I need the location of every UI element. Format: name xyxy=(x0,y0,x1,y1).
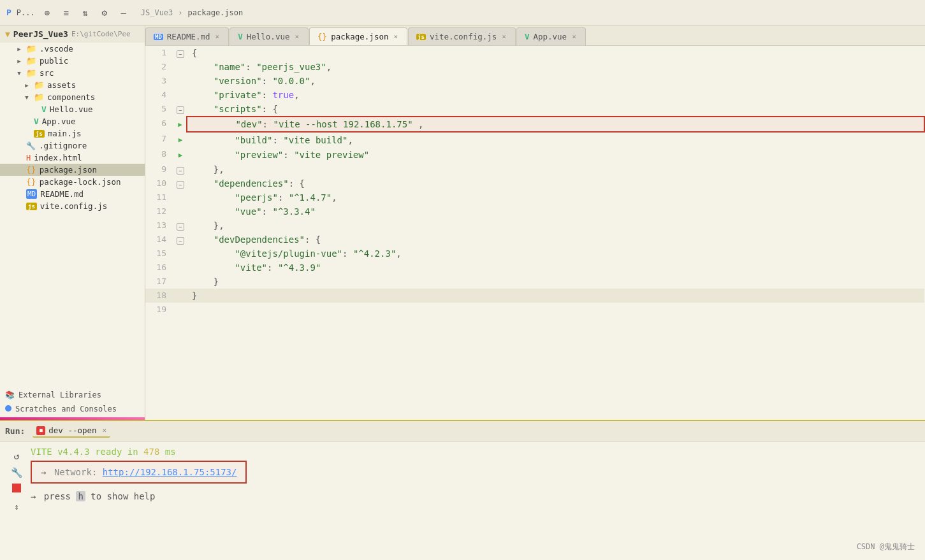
line-number: 6 xyxy=(145,117,174,132)
line-number: 9 xyxy=(145,162,174,176)
run-gutter[interactable]: ▶ xyxy=(174,117,187,132)
md-icon: MD xyxy=(26,189,37,199)
table-row: 10 − "dependencies": { xyxy=(145,176,924,190)
sidebar-label-app-vue: App.vue xyxy=(42,117,76,126)
minimize-btn[interactable]: — xyxy=(117,6,131,20)
main-area: ▼ PeerJS_Vue3 E:\gitCode\Pee ▶ 📁 .vscode… xyxy=(0,25,925,420)
run-tab-dev[interactable]: ■ dev --open × xyxy=(33,424,110,438)
arrow-icon2: → xyxy=(31,491,36,501)
code-editor[interactable]: 1 − { 2 "name": "peerjs_vue3", 3 xyxy=(145,46,925,420)
sidebar: ▼ PeerJS_Vue3 E:\gitCode\Pee ▶ 📁 .vscode… xyxy=(0,25,145,420)
sidebar-item-app-vue[interactable]: V App.vue xyxy=(0,115,145,127)
line-number: 19 xyxy=(145,303,174,317)
sidebar-item-hello-vue[interactable]: V Hello.vue xyxy=(0,103,145,115)
project-header[interactable]: ▼ PeerJS_Vue3 E:\gitCode\Pee xyxy=(0,25,145,43)
scratches-icon xyxy=(5,405,11,413)
chevron-down-icon: ▼ xyxy=(15,69,23,77)
tab-app-vue[interactable]: V App.vue × xyxy=(516,27,586,45)
table-row: 9 − }, xyxy=(145,162,924,176)
fold-gutter[interactable]: − xyxy=(174,219,187,233)
fold-gutter xyxy=(174,190,187,205)
tab-package-json-close[interactable]: × xyxy=(392,32,399,41)
line-number: 7 xyxy=(145,132,174,147)
sidebar-item-vscode[interactable]: ▶ 📁 .vscode xyxy=(0,43,145,55)
bottom-panel: Run: ■ dev --open × ↺ 🔧 ⇕ VITE v4.4.3 re… xyxy=(0,420,925,560)
list-btn[interactable]: ≡ xyxy=(59,6,73,20)
fold-gutter[interactable]: − xyxy=(174,102,187,117)
tab-hello-vue[interactable]: V Hello.vue × xyxy=(229,27,309,45)
fold-gutter[interactable]: − xyxy=(174,176,187,190)
external-libraries[interactable]: 📚 External Libraries xyxy=(0,388,145,402)
terminal-content: VITE v4.4.3 ready in 478 ms → Network: h… xyxy=(31,447,917,555)
folder-icon: 📁 xyxy=(26,44,36,54)
run-tabs-bar: Run: ■ dev --open × xyxy=(0,421,925,442)
restart-icon[interactable]: ↺ xyxy=(13,450,19,462)
fold-gutter xyxy=(174,247,187,261)
tab-readme-close[interactable]: × xyxy=(214,32,221,41)
editor-area: MD README.md × V Hello.vue × {} package.… xyxy=(145,25,925,420)
sort-btn[interactable]: ⇅ xyxy=(78,6,92,20)
fold-gutter[interactable]: − xyxy=(174,46,187,60)
vite-ready-line: VITE v4.4.3 ready in 478 ms xyxy=(31,447,917,457)
run-gutter[interactable]: ▶ xyxy=(174,147,187,162)
breadcrumb-file: package.json xyxy=(188,8,244,17)
run-tab-label: dev --open xyxy=(48,426,96,435)
add-btn[interactable]: ⊕ xyxy=(40,6,54,20)
scroll-icon[interactable]: ⇕ xyxy=(14,502,19,512)
stop-icon[interactable] xyxy=(12,484,21,494)
tab-hello-vue-close[interactable]: × xyxy=(293,32,300,41)
line-number: 4 xyxy=(145,88,174,102)
line-content: "preview": "vite preview" xyxy=(187,147,924,162)
table-row: 13 − }, xyxy=(145,219,924,233)
table-row: 3 "version": "0.0.0", xyxy=(145,74,924,88)
line-number: 18 xyxy=(145,289,174,303)
sidebar-item-assets[interactable]: ▶ 📁 assets xyxy=(0,79,145,91)
run-gutter[interactable]: ▶ xyxy=(174,132,187,147)
tab-app-vue-close[interactable]: × xyxy=(571,32,578,41)
table-row: 18 } xyxy=(145,289,924,303)
sidebar-item-public[interactable]: ▶ 📁 public xyxy=(0,55,145,67)
sidebar-item-index-html[interactable]: H index.html xyxy=(0,152,145,164)
run-tab-close[interactable]: × xyxy=(103,426,107,434)
spacer xyxy=(23,130,31,138)
sidebar-item-main-js[interactable]: js main.js xyxy=(0,127,145,140)
fold-gutter[interactable]: − xyxy=(174,162,187,176)
sidebar-item-package-lock[interactable]: {} package-lock.json xyxy=(0,176,145,188)
folder-icon: 📁 xyxy=(34,80,44,90)
sidebar-item-vite-config[interactable]: js vite.config.js xyxy=(0,200,145,212)
tab-vite-config[interactable]: js vite.config.js × xyxy=(408,27,516,45)
network-url[interactable]: http://192.168.1.75:5173/ xyxy=(103,467,237,477)
line-number: 13 xyxy=(145,219,174,233)
project-name: PeerJS_Vue3 xyxy=(13,29,68,39)
wrench-icon[interactable]: 🔧 xyxy=(11,467,23,478)
external-libraries-label: External Libraries xyxy=(18,391,101,399)
spacer xyxy=(31,106,38,113)
line-number: 1 xyxy=(145,46,174,60)
line-number: 14 xyxy=(145,233,174,247)
help-line: → press h to show help xyxy=(31,491,917,501)
tab-app-vue-label: App.vue xyxy=(533,32,567,41)
js-icon: js xyxy=(34,130,45,138)
sidebar-label-public: public xyxy=(40,56,68,66)
run-label: Run: xyxy=(5,426,25,436)
vue-icon: V xyxy=(34,117,39,126)
chevron-right-icon: ▶ xyxy=(23,82,31,89)
sidebar-item-src[interactable]: ▼ 📁 src xyxy=(0,67,145,79)
sidebar-item-package-json[interactable]: {} package.json xyxy=(0,164,145,176)
stop-button[interactable] xyxy=(12,484,21,492)
table-row: 17 } xyxy=(145,275,924,289)
line-content: "dependencies": { xyxy=(187,176,924,190)
scratches-and-consoles[interactable]: Scratches and Consoles xyxy=(0,402,145,416)
sidebar-item-components[interactable]: ▼ 📁 components xyxy=(0,91,145,103)
tab-package-json[interactable]: {} package.json × xyxy=(309,27,407,45)
sidebar-item-readme[interactable]: MD README.md xyxy=(0,188,145,200)
fold-gutter[interactable]: − xyxy=(174,233,187,247)
settings-btn[interactable]: ⚙ xyxy=(98,6,112,20)
html-icon: H xyxy=(26,154,31,162)
sidebar-item-gitignore[interactable]: 🔧 .gitignore xyxy=(0,140,145,152)
sidebar-label-package-lock: package-lock.json xyxy=(40,177,121,187)
tab-vue-icon: V xyxy=(238,32,243,41)
line-number: 17 xyxy=(145,275,174,289)
tab-vite-config-close[interactable]: × xyxy=(500,32,507,41)
tab-readme[interactable]: MD README.md × xyxy=(145,27,229,45)
